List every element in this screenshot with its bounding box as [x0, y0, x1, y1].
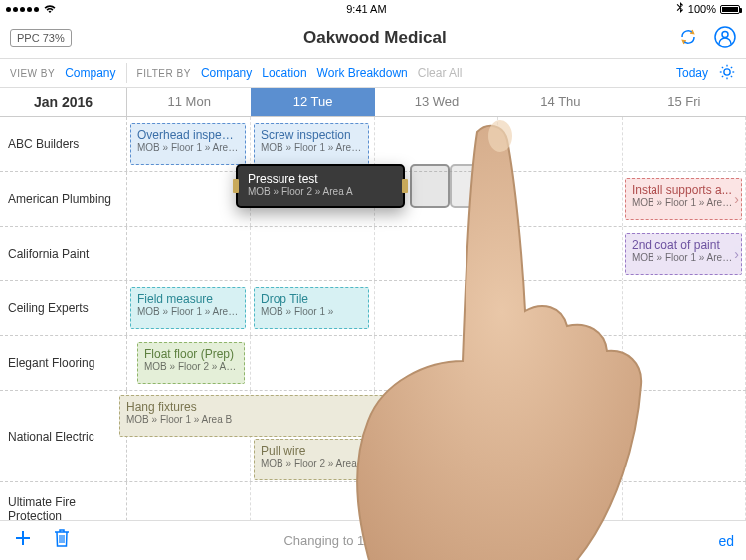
- filter-bar: VIEW BY Company FILTER BY Company Locati…: [0, 58, 746, 88]
- row-label: American Plumbing: [0, 172, 127, 226]
- badge-value: 73%: [43, 32, 65, 44]
- wifi-icon: [43, 4, 57, 14]
- svg-line-10: [731, 66, 732, 67]
- svg-line-8: [731, 75, 732, 76]
- filter-clear[interactable]: Clear All: [418, 66, 463, 80]
- add-button[interactable]: [12, 527, 34, 555]
- app-header: PPC 73% Oakwood Medical: [0, 18, 746, 58]
- chevron-right-icon: ›: [734, 246, 739, 262]
- row-label: Ceiling Experts: [0, 281, 127, 335]
- svg-line-9: [722, 75, 723, 76]
- filter-company[interactable]: Company: [201, 66, 252, 80]
- drag-handle-icon[interactable]: [233, 179, 239, 193]
- filter-location[interactable]: Location: [262, 66, 306, 80]
- view-by-label: VIEW BY: [10, 68, 55, 79]
- bluetooth-icon: [676, 2, 684, 16]
- status-bar: 9:41 AM 100%: [0, 0, 746, 18]
- bottom-right-text: ed: [718, 533, 734, 549]
- task-pull-wire[interactable]: Pull wire MOB » Floor 2 » Area A: [254, 439, 622, 480]
- gear-icon[interactable]: [718, 63, 736, 84]
- page-title: Oakwood Medical: [303, 28, 447, 48]
- profile-icon[interactable]: [714, 26, 736, 51]
- row-national-electric: National Electric Hang fixtures MOB » Fl…: [0, 391, 746, 482]
- drag-handle-icon[interactable]: [402, 179, 408, 193]
- badge-label: PPC: [17, 32, 40, 44]
- today-button[interactable]: Today: [676, 66, 708, 80]
- svg-point-2: [724, 68, 730, 74]
- trash-button[interactable]: [52, 527, 72, 555]
- task-install-supports[interactable]: Install supports a... MOB » Floor 1 » Ar…: [625, 178, 742, 220]
- row-label: National Electric: [0, 391, 127, 481]
- signal-dots-icon: [6, 7, 39, 12]
- row-elegant-flooring: Elegant Flooring ‹ Float floor (Prep) MO…: [0, 336, 746, 391]
- day-header-wed[interactable]: 13 Wed: [375, 88, 498, 116]
- battery-icon: [720, 5, 740, 14]
- view-by-value[interactable]: Company: [65, 66, 115, 80]
- row-label: Elegant Flooring: [0, 336, 127, 390]
- task-field-measure[interactable]: Field measure MOB » Floor 1 » Area C: [130, 287, 246, 329]
- drag-ghost: [410, 164, 450, 208]
- calendar-grid: Jan 2016 11 Mon 12 Tue 13 Wed 14 Thu 15 …: [0, 88, 746, 537]
- dragging-task[interactable]: Pressure test MOB » Floor 2 » Area A: [236, 164, 405, 208]
- day-header-thu[interactable]: 14 Thu: [498, 88, 622, 116]
- drag-ghost: [479, 164, 507, 208]
- row-label: ABC Builders: [0, 117, 127, 171]
- month-label: Jan 2016: [0, 88, 127, 116]
- task-float-floor[interactable]: ‹ Float floor (Prep) MOB » Floor 2 » Are…: [137, 342, 245, 384]
- svg-point-1: [722, 31, 728, 37]
- task-screw-inspection[interactable]: Screw inspection MOB » Floor 1 » Area C: [254, 123, 369, 165]
- drag-task-title: Pressure test: [248, 172, 393, 186]
- ppc-badge[interactable]: PPC 73%: [10, 29, 72, 47]
- svg-line-7: [722, 66, 723, 67]
- filter-work-breakdown[interactable]: Work Breakdown: [317, 66, 408, 80]
- drag-task-sub: MOB » Floor 2 » Area A: [248, 186, 393, 197]
- day-header-tue[interactable]: 12 Tue: [251, 88, 374, 116]
- task-drop-tile[interactable]: Drop Tile MOB » Floor 1 »: [254, 287, 369, 329]
- row-california-paint: California Paint 2nd coat of paint MOB »…: [0, 227, 746, 281]
- task-hang-fixtures[interactable]: Hang fixtures MOB » Floor 1 » Area B: [119, 395, 418, 437]
- task-2nd-coat-paint[interactable]: 2nd coat of paint MOB » Floor 1 » Area A…: [625, 233, 742, 275]
- drag-ghost: [450, 164, 481, 208]
- chevron-right-icon: ›: [734, 191, 739, 207]
- filter-by-label: FILTER BY: [137, 68, 191, 79]
- sync-icon[interactable]: [678, 27, 698, 50]
- battery-percent: 100%: [688, 3, 716, 15]
- day-header-mon[interactable]: 11 Mon: [127, 88, 251, 116]
- row-ceiling-experts: Ceiling Experts Field measure MOB » Floo…: [0, 281, 746, 336]
- day-header-fri[interactable]: 15 Fri: [623, 88, 746, 116]
- status-time: 9:41 AM: [346, 3, 386, 15]
- bottom-toolbar: Changing to 1/12 Tue - 1/12 Tu ed: [0, 520, 746, 560]
- task-overhead-inspection[interactable]: Overhead inspection MOB » Floor 1 » Area…: [130, 123, 246, 165]
- drag-status-text: Changing to 1/12 Tue - 1/12 Tu: [283, 533, 462, 548]
- row-label: California Paint: [0, 227, 127, 280]
